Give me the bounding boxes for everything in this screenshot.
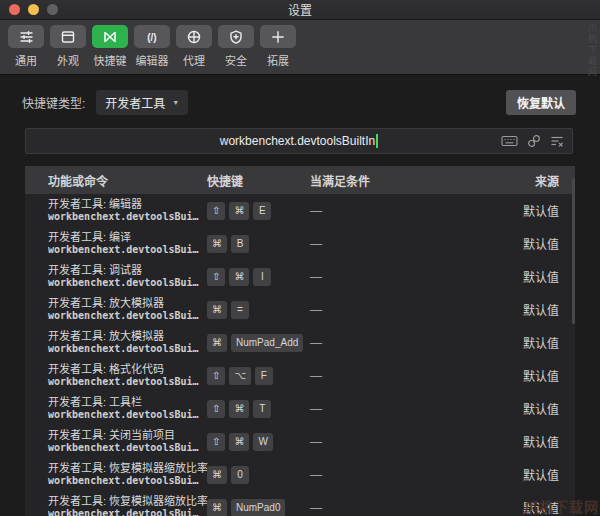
toolbar-button[interactable]: (/): [134, 25, 170, 48]
text-cursor: [376, 134, 378, 148]
header-shortcut: 快捷键: [207, 172, 310, 189]
keycap: ⌘: [229, 433, 249, 451]
command-title: 开发者工具: 工具栏: [48, 396, 207, 409]
toolbar-button[interactable]: [8, 25, 44, 48]
command-id: workbenchext.devtoolsBui…: [48, 343, 207, 355]
command-title: 开发者工具: 恢复模拟器缩放比率: [48, 462, 207, 475]
sliders-icon: [18, 29, 35, 45]
key-combo: ⌘0: [207, 466, 310, 484]
corner-watermark: 爪机下载网: [524, 496, 599, 516]
toolbar-item-label: 安全: [225, 52, 247, 68]
side-watermark: 爪机下载网: [586, 23, 599, 78]
toolbar-item-general[interactable]: 通用: [8, 25, 44, 68]
window-title: 设置: [288, 1, 312, 18]
code-icon: (/): [143, 29, 161, 45]
command-id: workbenchext.devtoolsBui…: [48, 244, 207, 256]
table-row[interactable]: 开发者工具: 编辑器 workbenchext.devtoolsBui… ⇧⌘E…: [25, 194, 575, 227]
clear-filter-icon[interactable]: [550, 134, 564, 148]
source-value: 默认值: [495, 301, 575, 318]
toolbar-item-appearance[interactable]: 外观: [50, 25, 86, 68]
minimize-button[interactable]: [28, 4, 39, 15]
key-combo: ⇧⌘T: [207, 400, 310, 418]
shield-icon: [228, 29, 244, 45]
keycap: NumPad_Add: [231, 334, 303, 352]
table-row[interactable]: 开发者工具: 恢复模拟器缩放比率 workbenchext.devtoolsBu…: [25, 491, 575, 516]
toolbar-item-security[interactable]: 安全: [218, 25, 254, 68]
when-condition: —: [310, 270, 495, 284]
table-row[interactable]: 开发者工具: 格式化代码 workbenchext.devtoolsBui… ⇧…: [25, 359, 575, 392]
source-value: 默认值: [495, 268, 575, 285]
traffic-lights: [9, 4, 58, 15]
keycap: ⇧: [207, 268, 225, 286]
toolbar-button[interactable]: [218, 25, 254, 48]
title-bar: 设置: [0, 0, 600, 20]
keycap: ⇧: [207, 400, 225, 418]
table-row[interactable]: 开发者工具: 放大模拟器 workbenchext.devtoolsBui… ⌘…: [25, 326, 575, 359]
when-condition: —: [310, 501, 495, 515]
when-condition: —: [310, 303, 495, 317]
when-condition: —: [310, 204, 495, 218]
command-id: workbenchext.devtoolsBui…: [48, 211, 207, 223]
command-id: workbenchext.devtoolsBui…: [48, 310, 207, 322]
table-body: 开发者工具: 编辑器 workbenchext.devtoolsBui… ⇧⌘E…: [25, 194, 575, 516]
window-icon: [60, 29, 76, 45]
toolbar-item-proxy[interactable]: 代理: [176, 25, 212, 68]
keycap: NumPad0: [231, 499, 285, 516]
source-value: 默认值: [495, 235, 575, 252]
command-title: 开发者工具: 放大模拟器: [48, 330, 207, 343]
toolbar-button[interactable]: [92, 25, 128, 48]
keycap: I: [253, 268, 271, 286]
toolbar-item-editor[interactable]: (/) 编辑器: [134, 25, 170, 68]
scrollbar-thumb[interactable]: [572, 178, 575, 324]
keycap: F: [255, 367, 273, 385]
keyboard-icon[interactable]: [501, 134, 518, 148]
source-value: 默认值: [495, 466, 575, 483]
source-value: 默认值: [495, 334, 575, 351]
keycap: ⌥: [229, 367, 251, 385]
plus-icon: [270, 29, 286, 45]
table-row[interactable]: 开发者工具: 关闭当前项目 workbenchext.devtoolsBui… …: [25, 425, 575, 458]
key-combo: ⇧⌘E: [207, 202, 310, 220]
command-title: 开发者工具: 恢复模拟器缩放比率: [48, 495, 207, 508]
key-combo: ⇧⌥F: [207, 367, 310, 385]
table-row[interactable]: 开发者工具: 调试器 workbenchext.devtoolsBui… ⇧⌘I…: [25, 260, 575, 293]
toolbar-item-extensions[interactable]: 拓展: [260, 25, 296, 68]
search-value: workbenchext.devtoolsBuiltIn: [220, 134, 375, 148]
svg-text:(/): (/): [147, 31, 156, 42]
command-title: 开发者工具: 放大模拟器: [48, 297, 207, 310]
close-button[interactable]: [9, 4, 20, 15]
keycap: ⇧: [207, 202, 225, 220]
toolbar-button[interactable]: [260, 25, 296, 48]
when-condition: —: [310, 336, 495, 350]
toolbar-item-shortcuts[interactable]: 快捷键: [92, 25, 128, 68]
source-value: 默认值: [495, 202, 575, 219]
source-value: 默认值: [495, 367, 575, 384]
restore-defaults-button[interactable]: 恢复默认: [506, 90, 576, 115]
command-title: 开发者工具: 调试器: [48, 264, 207, 277]
toolbar-button[interactable]: [176, 25, 212, 48]
toolbar-item-label: 外观: [57, 52, 79, 68]
when-condition: —: [310, 369, 495, 383]
link-icon[interactable]: [527, 134, 541, 148]
toolbar-item-label: 编辑器: [136, 52, 169, 68]
command-id: workbenchext.devtoolsBui…: [48, 409, 207, 421]
keybindings-table: 功能或命令 快捷键 当满足条件 来源 开发者工具: 编辑器 workbenche…: [25, 166, 575, 516]
toolbar-item-label: 拓展: [267, 52, 289, 68]
key-combo: ⌘B: [207, 235, 310, 253]
keycap: ⌘: [229, 400, 249, 418]
zoom-button[interactable]: [47, 4, 58, 15]
shortcut-type-dropdown[interactable]: 开发者工具 ▼: [96, 90, 188, 115]
command-title: 开发者工具: 格式化代码: [48, 363, 207, 376]
keycap: 0: [231, 466, 249, 484]
table-row[interactable]: 开发者工具: 编译 workbenchext.devtoolsBui… ⌘B —…: [25, 227, 575, 260]
keycap: ⇧: [207, 367, 225, 385]
when-condition: —: [310, 435, 495, 449]
command-id: workbenchext.devtoolsBui…: [48, 475, 207, 487]
table-row[interactable]: 开发者工具: 恢复模拟器缩放比率 workbenchext.devtoolsBu…: [25, 458, 575, 491]
search-input[interactable]: workbenchext.devtoolsBuiltIn: [25, 128, 573, 154]
toolbar-item-label: 通用: [15, 52, 37, 68]
table-row[interactable]: 开发者工具: 放大模拟器 workbenchext.devtoolsBui… ⌘…: [25, 293, 575, 326]
table-row[interactable]: 开发者工具: 工具栏 workbenchext.devtoolsBui… ⇧⌘T…: [25, 392, 575, 425]
toolbar-button[interactable]: [50, 25, 86, 48]
keycap: W: [253, 433, 272, 451]
